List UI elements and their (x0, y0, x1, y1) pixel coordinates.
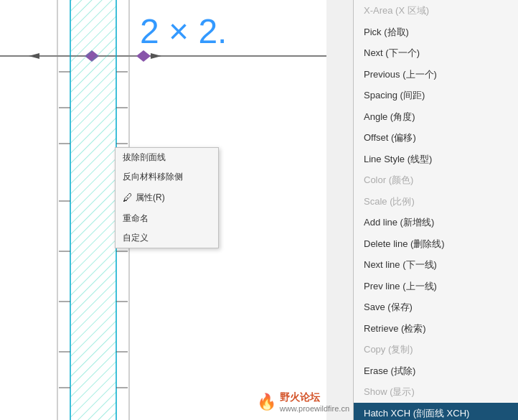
menu-item-angle[interactable]: Angle (角度) (354, 106, 518, 128)
watermark: 🔥 野火论坛 www.proewildfire.cn (257, 391, 349, 413)
menu-item-retrieve[interactable]: Retrieve (检索) (354, 318, 518, 340)
right-context-menu: X-Area (X 区域) Pick (拾取) Next (下一个) Previ… (353, 0, 518, 420)
svg-text:2 × 2.: 2 × 2. (140, 12, 227, 50)
menu-item-next[interactable]: Next (下一个) (354, 42, 518, 64)
menu-item-delete-line[interactable]: Delete line (删除线) (354, 233, 518, 255)
properties-icon: 🖊 (123, 190, 133, 205)
menu-item-save[interactable]: Save (保存) (354, 297, 518, 318)
menu-item-add-line[interactable]: Add line (新增线) (354, 212, 518, 233)
menu-item-prev-line[interactable]: Prev line (上一线) (354, 276, 518, 297)
menu-item-spacing[interactable]: Spacing (间距) (354, 85, 518, 106)
watermark-forum: 野火论坛 (280, 391, 349, 404)
menu-item-rename[interactable]: 重命名 (116, 209, 218, 228)
menu-item-customize[interactable]: 自定义 (116, 228, 218, 248)
svg-marker-2 (29, 53, 39, 59)
menu-item-copy: Copy (复制) (354, 339, 518, 360)
menu-item-properties[interactable]: 🖊 属性(R) (116, 187, 218, 208)
menu-item-remove-hatch[interactable]: 拔除剖面线 (116, 148, 218, 167)
menu-item-erase[interactable]: Erase (拭除) (354, 360, 518, 382)
menu-item-offset[interactable]: Offset (偏移) (354, 127, 518, 149)
menu-item-color: Color (颜色) (354, 169, 518, 191)
svg-rect-9 (71, 0, 116, 420)
menu-item-x-area: X-Area (X 区域) (354, 0, 518, 22)
menu-item-hatch-xch[interactable]: Hatch XCH (剖面线 XCH) (354, 403, 518, 421)
svg-marker-3 (151, 53, 161, 59)
left-context-menu: 拔除剖面线 反向材料移除侧 🖊 属性(R) 重命名 自定义 (115, 147, 219, 248)
svg-marker-4 (85, 50, 99, 62)
menu-item-scale: Scale (比例) (354, 191, 518, 213)
flame-icon: 🔥 (257, 393, 276, 411)
menu-item-flip-material[interactable]: 反向材料移除侧 (116, 167, 218, 187)
menu-item-previous[interactable]: Previous (上一个) (354, 64, 518, 85)
menu-item-line-style[interactable]: Line Style (线型) (354, 149, 518, 170)
menu-item-pick[interactable]: Pick (拾取) (354, 22, 518, 43)
menu-item-next-line[interactable]: Next line (下一线) (354, 254, 518, 276)
menu-item-show: Show (显示) (354, 381, 518, 403)
watermark-site: www.proewildfire.cn (280, 404, 349, 413)
svg-marker-5 (136, 50, 151, 62)
